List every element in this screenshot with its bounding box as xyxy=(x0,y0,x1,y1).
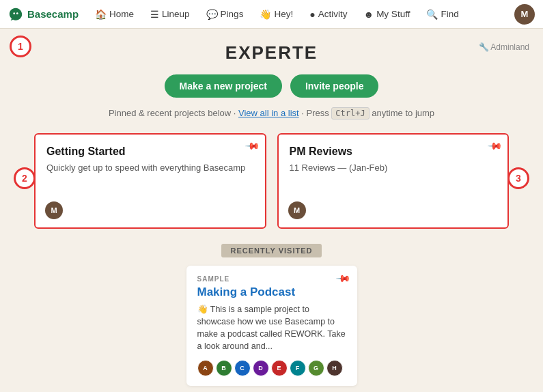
card-desc: 11 Reviews — (Jan-Feb) xyxy=(290,162,497,174)
card-desc: Quickly get up to speed with everything … xyxy=(46,162,254,174)
recently-visited-label: RECENTLY VISITED xyxy=(34,244,509,256)
brand-name: Basecamp xyxy=(27,8,79,20)
avatar-8: H xyxy=(326,360,343,376)
avatar-1: A xyxy=(197,360,214,376)
find-icon: 🔍 xyxy=(426,9,438,20)
avatar-6: F xyxy=(290,360,306,376)
annotation-3: 3 xyxy=(507,167,529,189)
nav-home[interactable]: 🏠 Home xyxy=(88,6,141,23)
adminland-link[interactable]: 🔧 Adminland xyxy=(479,42,529,52)
activity-icon: ● xyxy=(309,9,315,20)
user-avatar[interactable]: M xyxy=(514,4,535,25)
card-title: PM Reviews xyxy=(290,145,497,158)
hey-icon: 👋 xyxy=(260,9,271,20)
new-project-button[interactable]: Make a new project xyxy=(165,74,282,98)
nav-activity[interactable]: ● Activity xyxy=(303,6,354,23)
sample-label: SAMPLE xyxy=(197,275,346,283)
sample-title: Making a Podcast xyxy=(197,285,346,299)
recently-visited-section: 📌 SAMPLE Making a Podcast 👋 This is a sa… xyxy=(34,266,509,386)
nav-hey[interactable]: 👋 Hey! xyxy=(253,6,300,23)
avatar-5: E xyxy=(271,360,288,376)
projects-section: 2 3 📌 Getting Started Quickly get up to … xyxy=(34,133,509,229)
keyboard-shortcut: Ctrl+J xyxy=(331,107,369,120)
project-card-getting-started[interactable]: 📌 Getting Started Quickly get up to spee… xyxy=(34,133,266,229)
navbar-right: M xyxy=(514,4,535,25)
avatar-7: G xyxy=(308,360,324,376)
pings-icon: 💬 xyxy=(206,9,218,20)
avatar-3: C xyxy=(234,360,251,376)
home-icon: 🏠 xyxy=(95,9,107,20)
action-buttons: Make a new project Invite people xyxy=(34,74,509,98)
annotation-1: 1 xyxy=(10,36,31,57)
view-all-link[interactable]: View all in a list xyxy=(238,108,299,118)
card-avatar: M xyxy=(288,201,306,219)
avatar-2: B xyxy=(216,360,232,376)
project-cards-wrapper: 📌 Getting Started Quickly get up to spee… xyxy=(34,133,509,229)
sample-pin-icon: 📌 xyxy=(335,270,350,285)
brand-logo[interactable]: Basecamp xyxy=(8,7,79,22)
project-card-pm-reviews[interactable]: 📌 PM Reviews 11 Reviews — (Jan-Feb) M xyxy=(277,133,510,229)
pinned-description: Pinned & recent projects below · View al… xyxy=(34,107,509,120)
sample-avatars: A B C D E F G H xyxy=(197,360,346,376)
card-title: Getting Started xyxy=(46,145,254,158)
sample-desc: 👋 This is a sample project to showcase h… xyxy=(197,303,346,353)
nav-mystuff[interactable]: ☻ My Stuff xyxy=(357,6,417,23)
nav-pings[interactable]: 💬 Pings xyxy=(199,6,251,23)
card-avatar: M xyxy=(45,201,63,219)
avatar-4: D xyxy=(253,360,269,376)
page-title: EXPERTE xyxy=(34,42,509,64)
nav-find[interactable]: 🔍 Find xyxy=(419,6,465,23)
lineup-icon: ☰ xyxy=(150,9,159,20)
invite-people-button[interactable]: Invite people xyxy=(290,74,379,98)
nav-lineup[interactable]: ☰ Lineup xyxy=(143,6,197,23)
mystuff-icon: ☻ xyxy=(363,9,374,20)
navbar: Basecamp 🏠 Home ☰ Lineup 💬 Pings 👋 Hey! … xyxy=(0,0,543,29)
sample-card[interactable]: 📌 SAMPLE Making a Podcast 👋 This is a sa… xyxy=(186,266,357,386)
annotation-2: 2 xyxy=(14,167,36,189)
